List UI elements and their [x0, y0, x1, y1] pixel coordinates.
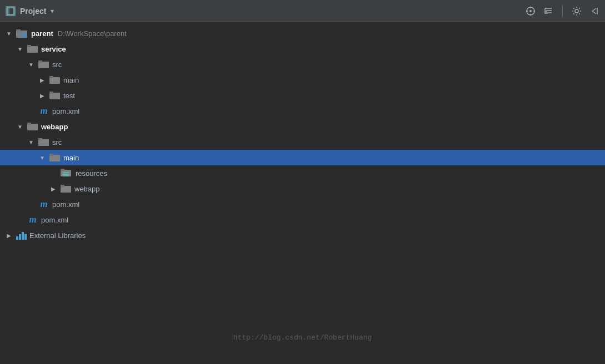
arrow-down-icon [16, 44, 24, 53]
tree-item-test-service[interactable]: test [0, 88, 605, 103]
separator [562, 6, 563, 16]
svg-rect-23 [27, 45, 31, 47]
tree-item-label: test [63, 92, 75, 100]
folder-icon [61, 184, 72, 193]
folder-icon [49, 91, 61, 100]
svg-point-7 [529, 10, 532, 12]
maven-icon: m [27, 214, 38, 225]
tree-item-service[interactable]: service [0, 41, 605, 57]
watermark: http://blog.csdn.net/RobertHuang [0, 333, 605, 342]
tree-item-label: resources [76, 169, 107, 178]
tree-item-label: src [52, 138, 62, 146]
svg-rect-25 [38, 60, 42, 63]
svg-rect-27 [49, 76, 53, 78]
arrow-down-icon [4, 29, 13, 38]
settings-icon[interactable] [572, 6, 582, 16]
title-bar: Project ▾ [0, 0, 605, 22]
bar-icon [16, 231, 27, 240]
tree-item-webapp[interactable]: webapp [0, 119, 605, 134]
tree-item-label: webapp [74, 185, 100, 193]
hide-icon[interactable] [589, 6, 599, 16]
tree-item-label: pom.xml [52, 107, 79, 115]
svg-rect-0 [7, 8, 14, 14]
tree-item-resources-webapp[interactable]: resources [0, 165, 605, 181]
tree-item-parent[interactable]: parentD:\WorkSpace\parent [0, 26, 605, 41]
title-actions [526, 6, 599, 16]
collapse-icon[interactable] [543, 6, 553, 16]
tree-item-main-service[interactable]: main [0, 72, 605, 88]
svg-rect-42 [61, 185, 64, 187]
arrow-down-icon [16, 122, 24, 131]
tree-item-label: service [41, 45, 66, 53]
svg-point-14 [575, 9, 578, 13]
arrow-right-icon [38, 91, 47, 100]
svg-rect-31 [27, 123, 31, 125]
folder-icon [38, 138, 49, 146]
tree-item-label: main [63, 76, 79, 84]
tree-item-webapp-sub[interactable]: webapp [0, 181, 605, 196]
arrow-right-icon [49, 184, 58, 193]
folder-icon [49, 153, 61, 162]
svg-rect-29 [49, 92, 53, 94]
panel-dropdown-arrow[interactable]: ▾ [51, 7, 54, 15]
svg-rect-21 [22, 33, 27, 37]
tree-item-main-webapp[interactable]: main [0, 150, 605, 165]
arrow-down-icon [38, 153, 47, 162]
maven-icon: m [38, 199, 49, 210]
maven-icon: m [38, 105, 49, 117]
tree-item-label: webapp [41, 123, 68, 131]
folder-icon [27, 44, 38, 53]
tree-item-src-webapp[interactable]: src [0, 134, 605, 150]
folder-icon [49, 75, 61, 84]
tree-item-label: parent [31, 29, 53, 38]
tree-item-pom-service[interactable]: mpom.xml [0, 103, 605, 119]
tree-item-pom-webapp[interactable]: mpom.xml [0, 196, 605, 212]
svg-rect-35 [49, 154, 53, 156]
svg-rect-37 [61, 169, 64, 171]
tree-item-src-service[interactable]: src [0, 57, 605, 72]
tree-item-label: pom.xml [41, 216, 68, 224]
tree-item-pom-parent[interactable]: mpom.xml [0, 212, 605, 228]
arrow-right-icon [4, 231, 13, 240]
svg-line-15 [592, 8, 596, 11]
tree-item-label: External Libraries [29, 231, 86, 240]
tree-item-label: src [52, 60, 62, 69]
tree-item-label: pom.xml [52, 200, 79, 209]
folder-icon [38, 60, 49, 69]
tree-item-path: D:\WorkSpace\parent [58, 29, 127, 38]
arrow-down-icon [27, 60, 36, 69]
svg-line-16 [592, 11, 596, 14]
title-left: Project ▾ [6, 6, 54, 16]
svg-rect-33 [38, 138, 42, 140]
arrow-down-icon [27, 138, 36, 146]
folder-icon [27, 122, 38, 131]
locate-icon[interactable] [526, 6, 536, 16]
project-tree: parentD:\WorkSpace\parent service src ma… [0, 22, 605, 246]
tree-item-external-libraries[interactable]: External Libraries [0, 228, 605, 243]
arrow-right-icon [38, 75, 47, 84]
folder-icon [16, 28, 28, 38]
folder-icon [61, 168, 73, 178]
panel-title: Project [20, 7, 46, 16]
tree-item-label: main [63, 154, 79, 162]
project-panel-icon [6, 6, 16, 16]
